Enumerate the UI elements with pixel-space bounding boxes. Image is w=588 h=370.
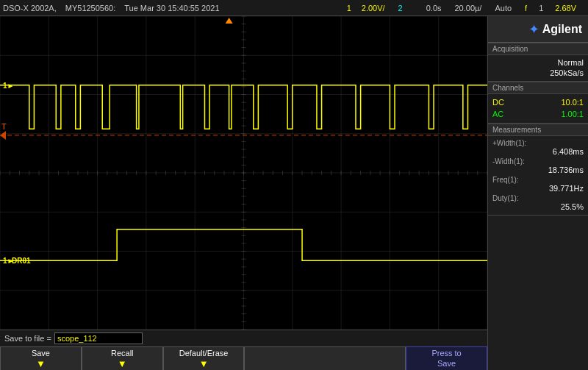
trig-mode: Auto <box>495 4 512 13</box>
agilent-logo-text: Agilent <box>542 23 582 36</box>
status-bar: DSO-X 2002A, MY51250560: Tue Mar 30 15:4… <box>0 0 588 16</box>
scope-area: Save to file = Save ▼ Recall ▼ Default/E… <box>0 16 487 370</box>
scope-bottom: Save to file = Save ▼ Recall ▼ Default/E… <box>0 330 487 370</box>
meas1-row: +Width(1): 6.408ms <box>492 138 584 157</box>
press-to-save-button[interactable]: Press to Save <box>406 346 487 370</box>
acquisition-mode: Normal <box>492 57 584 68</box>
meas1-value: 6.408ms <box>492 147 584 156</box>
meas2-value: 18.736ms <box>492 166 584 174</box>
scope-canvas <box>0 16 487 330</box>
agilent-logo-icon: ✦ <box>528 21 539 38</box>
meas4-label: Duty(1): <box>492 194 584 202</box>
meas3-label: Freq(1): <box>492 176 584 184</box>
acquisition-title: Acquisition <box>488 43 588 55</box>
acquisition-section: Acquisition Normal 250kSa/s <box>488 43 588 82</box>
serial-number: MY51250560: <box>65 4 116 13</box>
meas3-row: Freq(1): 39.771Hz <box>492 175 584 193</box>
datetime: Tue Mar 30 15:40:55 2021 <box>124 4 219 13</box>
recall-button[interactable]: Recall ▼ <box>82 346 163 370</box>
measurements-section: Measurements +Width(1): 6.408ms -Width(1… <box>488 124 588 216</box>
grid-container <box>0 16 487 330</box>
time-position: 0.0s <box>426 4 442 13</box>
dc-channel-row: DC 10.0:1 <box>492 96 584 108</box>
main-layout: Save to file = Save ▼ Recall ▼ Default/E… <box>0 16 588 370</box>
meas1-label: +Width(1): <box>492 139 584 147</box>
ch1-scale: 2.00V/ <box>362 4 385 13</box>
trig-level: 2.68V <box>555 4 576 13</box>
channels-section: Channels DC 10.0:1 AC 1.00:1 <box>488 82 588 124</box>
channels-title: Channels <box>488 82 588 94</box>
save-button[interactable]: Save ▼ <box>0 346 82 370</box>
model-serial: DSO-X 2002A, <box>3 4 57 13</box>
meas2-label: -Width(1): <box>492 157 584 166</box>
dc-value: 10.0:1 <box>561 98 584 107</box>
trig-symbol: f <box>525 4 527 13</box>
ch2-indicator: 2 <box>398 4 403 13</box>
ch1-indicator: 1 <box>347 4 351 13</box>
right-panel: ✦ Agilent Acquisition Normal 250kSa/s Ch… <box>487 16 588 370</box>
trig-ch: 1 <box>539 4 543 13</box>
time-scale: 20.00µ/ <box>455 4 482 13</box>
spacer-area <box>244 346 406 370</box>
default-erase-button[interactable]: Default/Erase ▼ <box>163 346 245 370</box>
save-file-label: Save to file = <box>4 334 51 343</box>
save-filename-input[interactable] <box>54 332 143 344</box>
buttons-row: Save ▼ Recall ▼ Default/Erase ▼ Press to… <box>0 346 487 370</box>
logo-area: ✦ Agilent <box>488 16 588 43</box>
measurements-title: Measurements <box>488 124 588 136</box>
meas4-row: Duty(1): 25.5% <box>492 193 584 212</box>
meas3-value: 39.771Hz <box>492 184 584 193</box>
ac-channel-row: AC 1.00:1 <box>492 108 584 120</box>
ac-value: 1.00:1 <box>561 110 584 118</box>
meas4-value: 25.5% <box>492 202 584 211</box>
dc-label: DC <box>492 98 504 107</box>
ac-label: AC <box>492 110 503 118</box>
acquisition-rate: 250kSa/s <box>492 68 584 78</box>
meas2-row: -Width(1): 18.736ms <box>492 157 584 175</box>
save-filename-row: Save to file = <box>0 330 487 346</box>
